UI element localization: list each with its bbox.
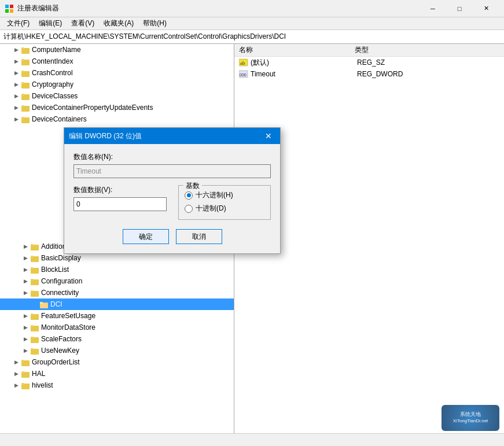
dialog-data-input[interactable]	[73, 197, 167, 211]
row-name-timeout: Timeout	[251, 70, 357, 78]
tree-item-crashcontrol[interactable]: ▶ CrashControl	[0, 67, 234, 79]
tree-label: DeviceClasses	[32, 92, 78, 100]
expand-icon: ▶	[21, 277, 30, 286]
tree-item-deviceclasses[interactable]: ▶ DeviceClasses	[0, 90, 234, 102]
folder-icon	[21, 115, 30, 123]
menu-file[interactable]: 文件(F)	[2, 17, 34, 30]
menu-edit[interactable]: 编辑(E)	[34, 17, 67, 30]
dialog-close-button[interactable]: ✕	[262, 129, 275, 143]
close-button[interactable]: ✕	[473, 0, 499, 17]
tree-item-grouporderlist[interactable]: ▶ GroupOrderList	[0, 356, 234, 368]
tree-label: CrashControl	[32, 69, 73, 77]
svg-rect-26	[31, 279, 34, 281]
svg-rect-24	[31, 267, 34, 269]
folder-icon	[21, 358, 30, 366]
tree-label: ScaleFactors	[41, 335, 82, 343]
maximize-button[interactable]: □	[446, 0, 473, 17]
tree-label: FeatureSetUsage	[41, 312, 95, 320]
right-row-default[interactable]: ab (默认) REG_SZ	[234, 57, 504, 68]
svg-rect-38	[31, 348, 34, 350]
svg-rect-18	[21, 117, 24, 119]
folder-icon	[21, 370, 30, 378]
expand-icon: ▶	[12, 357, 21, 367]
dialog-body: 数值名称(N): 数值数据(V): 基数 十六进制(H)	[64, 144, 280, 253]
address-text: 计算机\HKEY_LOCAL_MACHINE\SYSTEM\CurrentCon…	[3, 32, 286, 42]
tree-label: GroupOrderList	[32, 358, 80, 366]
svg-rect-30	[40, 302, 43, 304]
radio-hex-circle	[185, 191, 193, 200]
tree-item-scalefactors[interactable]: ▶ ScaleFactors	[0, 333, 234, 345]
expand-icon: ▶	[12, 57, 21, 66]
tree-label: ContentIndex	[32, 57, 73, 65]
radio-hex[interactable]: 十六进制(H)	[185, 190, 264, 200]
tree-item-monitordatastore[interactable]: ▶ MonitorDataStore	[0, 322, 234, 333]
folder-icon	[30, 242, 39, 250]
radio-dec-label: 十进制(D)	[196, 204, 226, 213]
tree-item-cryptography[interactable]: ▶ Cryptography	[0, 79, 234, 90]
radio-dec[interactable]: 十进制(D)	[185, 204, 264, 213]
tree-item-contentindex[interactable]: ▶ ContentIndex	[0, 56, 234, 67]
folder-icon	[30, 312, 39, 320]
svg-rect-22	[31, 256, 34, 257]
tree-item-basicdisplay[interactable]: ▶ BasicDisplay	[0, 252, 234, 264]
col-name: 名称	[239, 45, 355, 55]
edit-dword-dialog[interactable]: 编辑 DWORD (32 位)值 ✕ 数值名称(N): 数值数据(V): 基数	[64, 127, 281, 254]
tree-item-dci[interactable]: DCI	[0, 298, 234, 310]
group-title: 基数	[183, 181, 202, 191]
tree-item-devicecontainers[interactable]: ▶ DeviceContainers	[0, 113, 234, 125]
expand-icon: ▶	[21, 253, 30, 263]
expand-icon: ▶	[21, 242, 30, 251]
folder-icon	[21, 46, 30, 54]
svg-rect-14	[21, 94, 24, 95]
radio-dec-circle	[185, 205, 193, 213]
svg-rect-42	[21, 371, 24, 373]
tree-label: hivelist	[32, 381, 53, 389]
minimize-button[interactable]: ─	[420, 0, 446, 17]
folder-icon	[21, 92, 30, 100]
tree-label: DeviceContainers	[32, 115, 87, 123]
base-group-box: 基数 十六进制(H) 十进制(D)	[178, 185, 271, 220]
expand-icon: ▶	[12, 103, 21, 112]
tree-label: BasicDisplay	[41, 254, 81, 262]
tree-item-connectivity[interactable]: ▶ Connectivity	[0, 287, 234, 298]
folder-icon	[39, 300, 49, 308]
tree-item-hal[interactable]: ▶ HAL	[0, 368, 234, 379]
expand-icon: ▶	[21, 346, 30, 355]
tree-item-blocklist[interactable]: ▶ BlockList	[0, 264, 234, 275]
tree-item-computername[interactable]: ▶ ComputerName	[0, 44, 234, 56]
expand-icon: ▶	[21, 311, 30, 320]
menu-favorites[interactable]: 收藏夹(A)	[99, 17, 138, 30]
tree-item-hivelist[interactable]: ▶ hivelist	[0, 379, 234, 391]
svg-text:ab: ab	[240, 60, 245, 66]
right-header: 名称 类型	[234, 44, 504, 57]
folder-icon	[21, 80, 30, 89]
expand-icon: ▶	[21, 265, 30, 274]
menu-help[interactable]: 帮助(H)	[138, 17, 171, 30]
dialog-name-input[interactable]	[73, 164, 271, 178]
watermark: 系统天地 XiTongTianDi.net	[442, 405, 499, 431]
menu-bar: 文件(F) 编辑(E) 查看(V) 收藏夹(A) 帮助(H)	[0, 17, 504, 30]
dialog-middle-row: 数值数据(V): 基数 十六进制(H) 十进制(D)	[73, 185, 271, 220]
right-row-timeout[interactable]: 000 Timeout REG_DWORD	[234, 68, 504, 80]
menu-view[interactable]: 查看(V)	[67, 17, 99, 30]
dialog-name-label: 数值名称(N):	[73, 152, 271, 162]
tree-item-devicecontainerpropertyupdateevents[interactable]: ▶ DeviceContainerPropertyUpdateEvents	[0, 102, 234, 113]
svg-rect-28	[31, 290, 34, 292]
tree-item-usenewkey[interactable]: ▶ UseNewKey	[0, 345, 234, 356]
dialog-title-bar: 编辑 DWORD (32 位)值 ✕	[64, 128, 280, 144]
cancel-button[interactable]: 取消	[176, 229, 222, 244]
svg-rect-8	[21, 59, 24, 61]
folder-icon	[21, 69, 30, 77]
tree-item-featuresetusage[interactable]: ▶ FeatureSetUsage	[0, 310, 234, 322]
folder-icon	[30, 335, 39, 343]
svg-rect-2	[5, 9, 9, 13]
col-type: 类型	[355, 45, 499, 55]
svg-rect-6	[21, 47, 24, 49]
ok-button[interactable]: 确定	[123, 229, 169, 244]
tree-label: UseNewKey	[41, 347, 79, 355]
expand-icon: ▶	[12, 91, 21, 101]
tree-item-configuration[interactable]: ▶ Configuration	[0, 275, 234, 287]
expand-icon: ▶	[12, 115, 21, 124]
watermark-text: 系统天地 XiTongTianDi.net	[453, 411, 488, 424]
expand-icon: ▶	[21, 334, 30, 344]
